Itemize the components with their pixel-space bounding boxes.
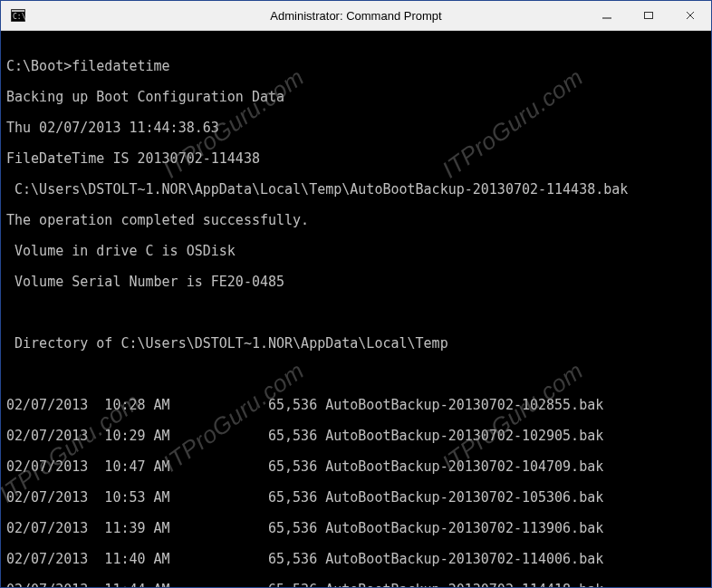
blank-line (6, 367, 709, 382)
dir-row: 02/07/2013 11:39 AM 65,536 AutoBootBacku… (6, 521, 709, 536)
dir-row: 02/07/2013 10:47 AM 65,536 AutoBootBacku… (6, 459, 709, 475)
blank-line (6, 305, 709, 321)
dir-row: 02/07/2013 10:29 AM 65,536 AutoBootBacku… (6, 429, 709, 444)
svg-rect-1 (12, 10, 24, 12)
titlebar[interactable]: C:\ Administrator: Command Prompt (1, 1, 711, 31)
maximize-button[interactable] (628, 1, 669, 30)
output-line: Volume in drive C is OSDisk (6, 244, 709, 259)
output-line: Directory of C:\Users\DSTOLT~1.NOR\AppDa… (6, 336, 709, 352)
dir-row: 02/07/2013 11:44 AM 65,536 AutoBootBacku… (6, 583, 709, 587)
cmd-icon[interactable]: C:\ (6, 5, 30, 25)
output-line: Volume Serial Number is FE20-0485 (6, 275, 709, 290)
cmd-window: C:\ Administrator: Command Prompt C:\Boo… (0, 0, 712, 588)
svg-rect-4 (645, 13, 653, 19)
prompt: C:\Boot> (6, 58, 72, 74)
window-controls (586, 1, 711, 30)
dir-row: 02/07/2013 11:40 AM 65,536 AutoBootBacku… (6, 552, 709, 567)
prompt-line: C:\Boot>filedatetime (6, 59, 709, 74)
dir-row: 02/07/2013 10:28 AM 65,536 AutoBootBacku… (6, 398, 709, 413)
dir-row: 02/07/2013 10:53 AM 65,536 AutoBootBacku… (6, 490, 709, 506)
output-line: The operation completed successfully. (6, 213, 709, 228)
console-output[interactable]: C:\Boot>filedatetime Backing up Boot Con… (1, 31, 711, 587)
output-line: Thu 02/07/2013 11:44:38.63 (6, 120, 709, 136)
output-line: Backing up Boot Configuration Data (6, 90, 709, 105)
command: filedatetime (72, 58, 169, 74)
close-button[interactable] (669, 1, 711, 30)
output-line: C:\Users\DSTOLT~1.NOR\AppData\Local\Temp… (6, 182, 709, 198)
minimize-button[interactable] (586, 1, 628, 30)
svg-text:C:\: C:\ (13, 13, 25, 21)
output-line: FileDateTime IS 20130702-114438 (6, 151, 709, 167)
